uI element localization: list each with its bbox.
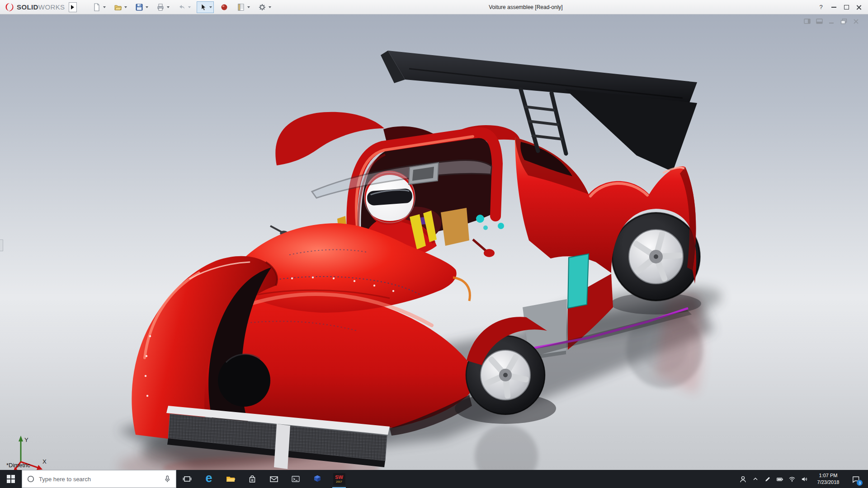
edge-icon: e — [205, 472, 212, 484]
car-3d-model[interactable]: Y X — [0, 14, 868, 470]
dropdown-chevron-icon[interactable] — [167, 6, 170, 8]
pen-icon — [764, 475, 771, 483]
battery-tray-button[interactable] — [774, 470, 786, 488]
select-tool-button[interactable] — [197, 1, 214, 13]
select-cursor-icon — [198, 3, 208, 12]
solidworks-logo: SOLIDWORKS — [3, 2, 69, 12]
search-input[interactable] — [39, 476, 159, 483]
start-button[interactable] — [0, 470, 22, 488]
close-button[interactable] — [853, 0, 865, 14]
file-explorer-icon — [226, 474, 236, 483]
appearances-button[interactable] — [218, 1, 231, 13]
gear-icon — [258, 3, 267, 12]
dropdown-chevron-icon[interactable] — [124, 6, 127, 8]
dropdown-chevron-icon[interactable] — [188, 6, 191, 8]
action-center-button[interactable]: 3 — [846, 470, 865, 488]
chevron-up-icon — [752, 475, 759, 483]
notification-badge: 3 — [857, 480, 863, 486]
person-icon — [739, 475, 747, 483]
print-icon — [156, 3, 165, 12]
taskbar: e — [0, 470, 868, 488]
dropdown-chevron-icon[interactable] — [103, 6, 106, 8]
app-icon-file-explorer[interactable] — [220, 470, 241, 488]
doc-close-button[interactable] — [852, 18, 860, 25]
maximize-button[interactable] — [840, 0, 853, 14]
dropdown-chevron-icon[interactable] — [146, 6, 148, 8]
minimize-icon — [831, 7, 836, 8]
undo-icon — [177, 3, 186, 12]
right-arrow-icon — [71, 5, 74, 9]
graphics-viewport[interactable]: Y X *Dimetric — [0, 14, 868, 470]
open-button[interactable] — [112, 1, 129, 13]
print-button[interactable] — [154, 1, 171, 13]
doc-minimize-button[interactable] — [828, 18, 835, 25]
store-icon — [248, 474, 257, 483]
open-folder-icon — [113, 3, 123, 12]
appearance-sphere-icon — [220, 3, 229, 12]
options-button[interactable] — [256, 1, 273, 13]
screen: SOLIDWORKS — [0, 0, 868, 488]
ds-logo-icon — [5, 2, 14, 12]
app-icon-terminal[interactable] — [285, 470, 307, 488]
view-orientation-label: *Dimetric — [6, 462, 30, 469]
dropdown-chevron-icon[interactable] — [209, 6, 212, 8]
help-button[interactable]: ? — [815, 0, 827, 14]
new-document-button[interactable] — [90, 1, 108, 13]
app-icon-3d-viewer[interactable] — [307, 470, 328, 488]
close-icon — [856, 5, 862, 10]
minimize-button[interactable] — [827, 0, 840, 14]
speaker-icon — [800, 475, 808, 483]
triad-x-label: X — [42, 458, 47, 465]
taskbar-search[interactable] — [22, 470, 176, 488]
cube-3d-icon — [312, 474, 322, 483]
tray-overflow-button[interactable] — [749, 470, 761, 488]
maximize-icon — [844, 5, 849, 9]
window-controls: ? — [815, 0, 865, 14]
wifi-icon — [788, 475, 796, 483]
panel-collapse-handle[interactable] — [0, 239, 3, 251]
app-icon-solidworks[interactable]: SW 2017 — [328, 470, 350, 488]
clock-date: 7/23/2018 — [811, 479, 845, 486]
dropdown-chevron-icon[interactable] — [269, 6, 271, 8]
solidworks-tile-icon: SW 2017 — [333, 473, 345, 485]
clock-time: 1:07 PM — [811, 472, 845, 479]
triad-y-label: Y — [24, 436, 28, 443]
mail-icon — [269, 474, 279, 483]
volume-tray-button[interactable] — [798, 470, 810, 488]
dock-pane-button[interactable] — [803, 18, 811, 25]
battery-icon — [775, 475, 784, 483]
logo-works: WORKS — [38, 3, 65, 11]
undo-button[interactable] — [175, 1, 193, 13]
logo-solid: SOLID — [17, 3, 38, 11]
split-pane-button[interactable] — [816, 18, 823, 25]
design-binder-button[interactable] — [235, 1, 252, 13]
titlebar: SOLIDWORKS — [0, 0, 868, 14]
app-icon-store[interactable] — [241, 470, 263, 488]
taskbar-clock[interactable]: 1:07 PM 7/23/2018 — [810, 472, 846, 486]
task-view-icon — [183, 474, 192, 483]
new-document-icon — [92, 3, 101, 12]
task-view-button[interactable] — [176, 470, 198, 488]
app-icon-mail[interactable] — [263, 470, 285, 488]
network-tray-button[interactable] — [786, 470, 798, 488]
save-icon — [135, 3, 144, 12]
design-binder-icon — [236, 3, 245, 12]
terminal-icon — [291, 474, 301, 483]
logo-text: SOLIDWORKS — [17, 3, 65, 11]
people-tray-button[interactable] — [737, 470, 749, 488]
doc-restore-button[interactable] — [840, 18, 848, 25]
menu-expand-button[interactable] — [69, 2, 77, 12]
window-title: Voiture assemblee [Read-only] — [489, 0, 562, 14]
dropdown-chevron-icon[interactable] — [247, 6, 250, 8]
pen-tray-button[interactable] — [761, 470, 774, 488]
windows-logo-icon — [7, 475, 15, 483]
app-icon-edge[interactable]: e — [198, 470, 220, 488]
cortana-icon — [27, 475, 35, 483]
microphone-icon[interactable] — [163, 475, 171, 483]
system-tray: 1:07 PM 7/23/2018 3 — [737, 470, 868, 488]
document-window-controls — [803, 18, 860, 25]
save-button[interactable] — [133, 1, 150, 13]
